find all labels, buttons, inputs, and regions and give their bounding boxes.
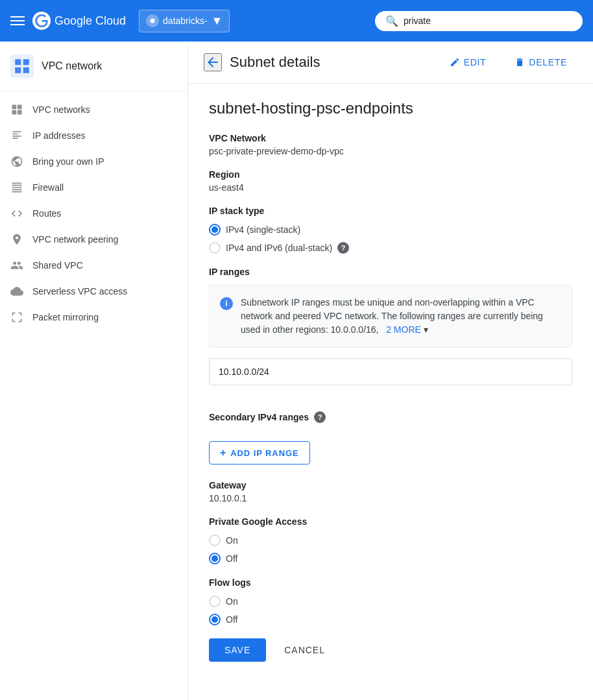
radio-pga-on[interactable]: On [209, 535, 572, 546]
radio-circle-ipv4-ipv6-dual [209, 242, 221, 254]
grid-icon [10, 103, 23, 116]
shared-vpc-icon [10, 259, 23, 272]
radio-label-ipv4-ipv6-dual: IPv4 and IPv6 (dual-stack) [226, 243, 332, 253]
sidebar-label-routes: Routes [32, 208, 61, 219]
dropdown-arrow: ▾ [424, 324, 428, 335]
page-title: Subnet details [230, 54, 431, 71]
ip-stack-type-radio-group: IPv4 (single-stack) IPv4 and IPv6 (dual-… [209, 224, 572, 254]
sidebar-label-vpc-networks: VPC networks [32, 104, 90, 115]
info-icon: i [220, 297, 233, 310]
radio-fl-off[interactable]: Off [209, 614, 572, 625]
sidebar-item-serverless-vpc-access[interactable]: Serverless VPC access [0, 278, 182, 304]
sidebar-item-shared-vpc[interactable]: Shared VPC [0, 252, 182, 278]
sidebar-navigation: VPC networks IP addresses Bring your own… [0, 91, 188, 335]
secondary-ipv4-section: Secondary IPv4 ranges ? + ADD IP RANGE [209, 411, 572, 465]
save-button[interactable]: SAVE [209, 638, 266, 662]
hamburger-menu-icon[interactable] [10, 16, 25, 25]
cancel-button[interactable]: CANCEL [274, 638, 335, 662]
sidebar-label-shared-vpc: Shared VPC [32, 260, 83, 271]
project-selector[interactable]: databricks- ▼ [139, 10, 230, 32]
delete-icon [514, 57, 525, 67]
ip-ranges-section: IP ranges i Subnetwork IP ranges must be… [209, 267, 572, 398]
sidebar-label-serverless-vpc-access: Serverless VPC access [32, 286, 127, 296]
svg-rect-1 [10, 54, 34, 78]
routes-icon [10, 207, 23, 220]
top-navigation: Google Cloud databricks- ▼ 🔍 [0, 0, 593, 42]
main-content: Subnet details EDIT DELETE subnet-hostin… [188, 42, 593, 700]
sidebar-item-vpc-network-peering[interactable]: VPC network peering [0, 226, 182, 252]
vpc-network-value: psc-private-preview-demo-dp-vpc [209, 146, 572, 156]
svg-rect-4 [15, 67, 21, 73]
peering-icon [10, 233, 23, 246]
radio-ipv4-ipv6-dual[interactable]: IPv4 and IPv6 (dual-stack) ? [209, 242, 572, 254]
plus-icon: + [220, 447, 226, 459]
radio-circle-fl-off [209, 614, 221, 625]
help-icon-secondary-ipv4[interactable]: ? [314, 411, 326, 423]
content-body: subnet-hosting-psc-endpoints VPC Network… [188, 84, 593, 677]
svg-rect-3 [23, 59, 29, 65]
sidebar-item-bring-your-own-ip[interactable]: Bring your own IP [0, 149, 182, 175]
sidebar-item-ip-addresses[interactable]: IP addresses [0, 123, 182, 149]
sidebar-label-bring-your-own-ip: Bring your own IP [32, 156, 104, 167]
page-header: Subnet details EDIT DELETE [188, 42, 593, 84]
gateway-section: Gateway 10.10.0.1 [209, 480, 572, 503]
chevron-down-icon: ▼ [212, 14, 223, 28]
search-bar[interactable]: 🔍 [375, 11, 583, 31]
flow-logs-radio-group: On Off [209, 596, 572, 625]
sidebar-label-packet-mirroring: Packet mirroring [32, 312, 99, 322]
region-section: Region us-east4 [209, 169, 572, 193]
radio-circle-pga-off [209, 553, 221, 564]
radio-fl-on[interactable]: On [209, 596, 572, 607]
ip-range-input[interactable] [209, 358, 572, 385]
ip-stack-type-label: IP stack type [209, 206, 572, 216]
private-google-access-radio-group: On Off [209, 535, 572, 564]
radio-label-fl-off: Off [226, 614, 237, 625]
region-value: us-east4 [209, 182, 572, 193]
sidebar: VPC network VPC networks IP addresses Br… [0, 42, 188, 700]
sidebar-title: VPC network [42, 60, 102, 72]
google-cloud-logo: Google Cloud [32, 12, 126, 30]
ip-ranges-label: IP ranges [209, 267, 572, 277]
subnet-name-title: subnet-hosting-psc-endpoints [209, 99, 572, 117]
radio-label-ipv4-single: IPv4 (single-stack) [226, 224, 300, 235]
sidebar-header: VPC network [0, 42, 188, 91]
form-actions: SAVE CANCEL [209, 638, 572, 662]
svg-rect-5 [23, 67, 29, 73]
sidebar-label-vpc-network-peering: VPC network peering [32, 234, 118, 245]
radio-circle-ipv4-single [209, 224, 221, 235]
ip-stack-type-section: IP stack type IPv4 (single-stack) IPv4 a… [209, 206, 572, 254]
sidebar-item-packet-mirroring[interactable]: Packet mirroring [0, 304, 182, 330]
project-name: databricks- [163, 16, 207, 26]
serverless-icon [10, 285, 23, 298]
radio-label-fl-on: On [226, 596, 238, 607]
secondary-ipv4-label: Secondary IPv4 ranges [209, 412, 309, 422]
help-icon-dual-stack[interactable]: ? [337, 242, 349, 254]
sidebar-item-firewall[interactable]: Firewall [0, 175, 182, 200]
add-ip-range-button[interactable]: + ADD IP RANGE [209, 441, 310, 465]
radio-circle-pga-on [209, 535, 221, 546]
firewall-icon [10, 181, 23, 194]
svg-rect-2 [15, 59, 21, 65]
edit-button[interactable]: EDIT [439, 52, 497, 73]
radio-label-pga-off: Off [226, 553, 237, 564]
ip-icon [10, 129, 23, 142]
radio-label-pga-on: On [226, 535, 238, 546]
sidebar-item-routes[interactable]: Routes [0, 200, 182, 226]
gateway-value: 10.10.0.1 [209, 493, 572, 503]
gateway-label: Gateway [209, 480, 572, 490]
radio-ipv4-single[interactable]: IPv4 (single-stack) [209, 224, 572, 235]
delete-button[interactable]: DELETE [504, 52, 577, 73]
back-button[interactable] [204, 53, 222, 71]
flow-logs-label: Flow logs [209, 577, 572, 588]
private-google-access-section: Private Google Access On Off [209, 516, 572, 564]
region-label: Region [209, 169, 572, 180]
more-link[interactable]: 2 MORE [386, 324, 421, 335]
svg-point-0 [151, 19, 155, 23]
project-icon [146, 14, 159, 27]
sidebar-item-vpc-networks[interactable]: VPC networks [0, 97, 182, 123]
search-icon: 🔍 [385, 15, 398, 27]
radio-pga-off[interactable]: Off [209, 553, 572, 564]
flow-logs-section: Flow logs On Off [209, 577, 572, 625]
sidebar-label-firewall: Firewall [32, 182, 64, 193]
search-input[interactable] [404, 16, 572, 26]
